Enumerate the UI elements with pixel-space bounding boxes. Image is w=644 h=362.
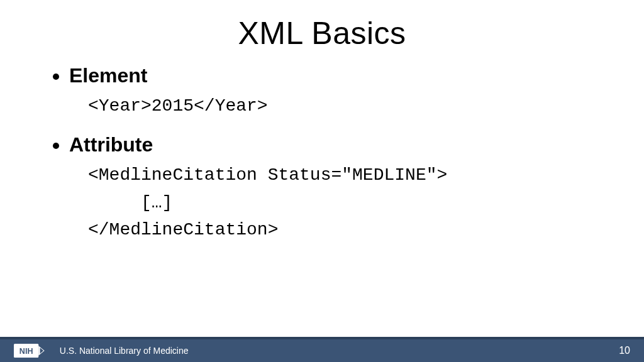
footer-left: NIH U.S. National Library of Medicine	[14, 344, 189, 358]
svg-text:NIH: NIH	[19, 347, 33, 356]
slide: XML Basics Element <Year>2015</Year> Att…	[0, 0, 644, 362]
bullet-list: Element <Year>2015</Year> Attribute <Med…	[44, 64, 600, 244]
slide-footer: NIH U.S. National Library of Medicine 10	[0, 337, 644, 362]
slide-title: XML Basics	[0, 0, 644, 52]
footer-org-text: U.S. National Library of Medicine	[60, 346, 189, 356]
bullet-label: Element	[69, 64, 147, 87]
bullet-label: Attribute	[69, 133, 153, 156]
slide-body: Element <Year>2015</Year> Attribute <Med…	[0, 52, 644, 244]
nih-logo-icon: NIH	[14, 344, 53, 358]
bullet-item-attribute: Attribute <MedlineCitation Status="MEDLI…	[69, 133, 600, 243]
code-example-element: <Year>2015</Year>	[88, 92, 600, 119]
bullet-item-element: Element <Year>2015</Year>	[69, 64, 600, 119]
page-number: 10	[619, 345, 630, 356]
code-example-attribute: <MedlineCitation Status="MEDLINE"> […] <…	[88, 162, 600, 243]
